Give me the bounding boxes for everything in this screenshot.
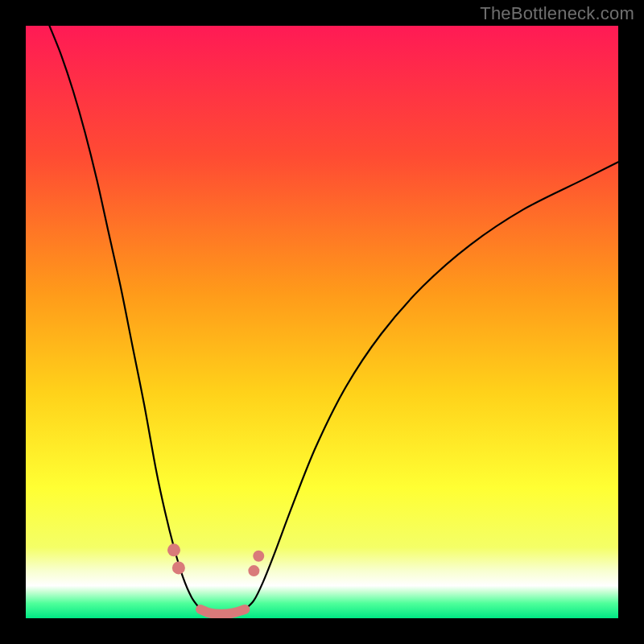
marker-right-curve-3 (253, 551, 264, 562)
chart-frame: TheBottleneck.com (0, 0, 644, 644)
marker-left-curve-1 (172, 561, 185, 574)
chart-background (26, 26, 618, 618)
marker-left-curve-0 (167, 543, 180, 556)
marker-right-curve-2 (248, 565, 259, 576)
chart-svg (26, 26, 618, 618)
watermark-text: TheBottleneck.com (480, 3, 634, 24)
chart-plot-area (26, 26, 618, 618)
series-valley-floor (200, 609, 245, 614)
